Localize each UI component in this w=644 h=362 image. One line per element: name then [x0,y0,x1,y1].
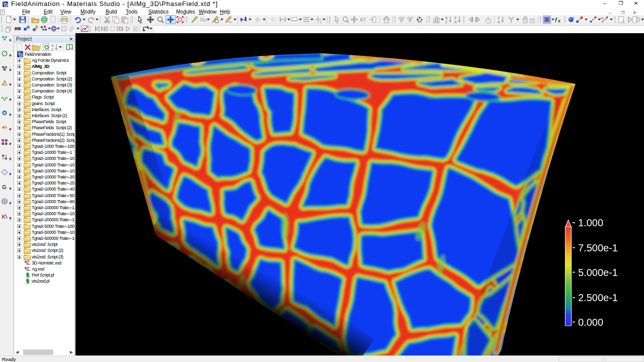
svg-text:0.000: 0.000 [578,317,603,328]
svg-text:f: f [555,16,557,24]
svg-text:A: A [51,44,54,47]
svg-text:H: H [601,17,603,20]
svg-text:A: A [454,20,457,24]
svg-text:x: x [558,18,560,24]
svg-text:Na: Na [200,17,207,23]
svg-text:A: A [360,17,364,23]
svg-text:5.000e-1: 5.000e-1 [578,267,618,278]
svg-text:G: G [2,184,7,190]
svg-text:1.000: 1.000 [578,217,603,228]
svg-text:K: K [2,214,6,220]
svg-text:Z: Z [498,16,500,20]
svg-text:Z: Z [454,16,457,20]
svg-text:Z: Z [445,20,448,24]
svg-text:Z: Z [51,48,54,51]
svg-text:A: A [498,20,500,24]
svg-text:2.500e-1: 2.500e-1 [578,292,618,303]
svg-text:7.500e-1: 7.500e-1 [578,242,618,253]
svg-text:A: A [445,16,448,20]
